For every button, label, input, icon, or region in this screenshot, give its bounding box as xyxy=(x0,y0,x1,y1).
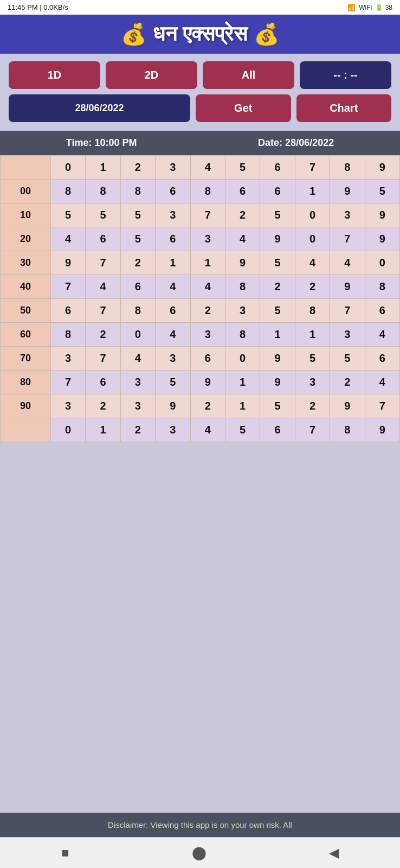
table-cell: 4 xyxy=(86,275,120,299)
table-cell: 1 xyxy=(225,394,260,418)
table-cell: 6 xyxy=(86,227,120,251)
table-cell: 4 xyxy=(190,275,225,299)
table-cell: 3 xyxy=(295,371,330,394)
table-cell: 3 xyxy=(156,203,190,227)
table-cell: 5 xyxy=(120,227,155,251)
table-cell: 2 xyxy=(120,251,155,275)
table-cell: 6 xyxy=(365,347,399,371)
table-cell: 2 xyxy=(225,203,260,227)
btn-get[interactable]: Get xyxy=(196,94,291,122)
nav-bar: ■ ⬤ ◀ xyxy=(0,837,400,868)
table-cell: 6 xyxy=(156,180,190,203)
table-cell: 2 xyxy=(295,394,330,418)
btn-chart[interactable]: Chart xyxy=(296,94,392,122)
col-header-4: 4 xyxy=(190,156,225,180)
table-cell: 5 xyxy=(330,347,365,371)
table-cell: 8 xyxy=(50,180,85,203)
wifi-icon: WiFi xyxy=(359,4,372,11)
table-cell: 3 xyxy=(50,347,85,371)
table-row: 608204381134 xyxy=(1,323,400,347)
table-row: 407464482298 xyxy=(1,275,400,299)
table-cell: 3 xyxy=(156,347,190,371)
row-label-00: 00 xyxy=(1,180,51,203)
table-cell: 9 xyxy=(260,371,295,394)
row-label-40: 40 xyxy=(1,275,51,299)
table-cell: 9 xyxy=(190,371,225,394)
footer-cell: 3 xyxy=(156,418,190,442)
table-cell: 8 xyxy=(295,299,330,323)
row-label-90: 90 xyxy=(1,394,51,418)
table-cell: 7 xyxy=(330,299,365,323)
table-cell: 5 xyxy=(156,371,190,394)
status-time: 11:45 PM | 0.0KB/s xyxy=(8,3,68,11)
table-row: 506786235876 xyxy=(1,299,400,323)
table-cell: 8 xyxy=(120,299,155,323)
row-label-20: 20 xyxy=(1,227,51,251)
nav-back-icon[interactable]: ◀ xyxy=(329,845,339,860)
table-cell: 9 xyxy=(225,251,260,275)
table-cell: 9 xyxy=(260,227,295,251)
table-cell: 7 xyxy=(365,394,399,418)
table-cell: 3 xyxy=(190,227,225,251)
table-cell: 6 xyxy=(365,299,399,323)
footer-cell: 6 xyxy=(260,418,295,442)
table-cell: 5 xyxy=(365,180,399,203)
app-header: 💰 धन एक्सप्रेस 💰 xyxy=(0,15,400,54)
table-row: 105553725039 xyxy=(1,203,400,227)
footer-cell: 5 xyxy=(225,418,260,442)
coin-left-icon: 💰 xyxy=(121,22,146,46)
footer-cell: 8 xyxy=(330,418,365,442)
table-cell: 4 xyxy=(50,227,85,251)
table-row: 204656349079 xyxy=(1,227,400,251)
nav-square-icon[interactable]: ■ xyxy=(61,845,69,860)
table-cell: 4 xyxy=(365,371,399,394)
btn-time[interactable]: -- : -- xyxy=(300,61,391,89)
table-cell: 0 xyxy=(295,227,330,251)
col-header-3: 3 xyxy=(156,156,190,180)
btn-date[interactable]: 28/06/2022 xyxy=(9,94,190,122)
table-cell: 3 xyxy=(330,203,365,227)
table-cell: 2 xyxy=(190,299,225,323)
table-cell: 4 xyxy=(225,227,260,251)
table-cell: 3 xyxy=(120,394,155,418)
table-cell: 1 xyxy=(295,323,330,347)
col-header-5: 5 xyxy=(225,156,260,180)
table-cell: 2 xyxy=(295,275,330,299)
table-cell: 4 xyxy=(120,347,155,371)
col-header-6: 6 xyxy=(260,156,295,180)
table-cell: 1 xyxy=(260,323,295,347)
table-cell: 3 xyxy=(190,323,225,347)
nav-circle-icon[interactable]: ⬤ xyxy=(192,845,207,860)
table-cell: 6 xyxy=(156,299,190,323)
table-cell: 3 xyxy=(50,394,85,418)
table-cell: 9 xyxy=(365,227,399,251)
table-cell: 2 xyxy=(260,275,295,299)
table-cell: 9 xyxy=(330,180,365,203)
table-cell: 2 xyxy=(86,394,120,418)
col-header-1: 1 xyxy=(86,156,120,180)
table-cell: 8 xyxy=(365,275,399,299)
table-cell: 8 xyxy=(120,180,155,203)
btn-1d[interactable]: 1D xyxy=(9,61,100,89)
footer-cell: 9 xyxy=(365,418,399,442)
col-header-0: 0 xyxy=(50,156,85,180)
btn-2d[interactable]: 2D xyxy=(106,61,197,89)
table-cell: 5 xyxy=(86,203,120,227)
row-label-10: 10 xyxy=(1,203,51,227)
table-row: 703743609556 xyxy=(1,347,400,371)
row-label-60: 60 xyxy=(1,323,51,347)
row-label-70: 70 xyxy=(1,347,51,371)
btn-all[interactable]: All xyxy=(203,61,294,89)
table-cell: 9 xyxy=(330,394,365,418)
table-cell: 7 xyxy=(190,203,225,227)
table-cell: 9 xyxy=(330,275,365,299)
status-icons: 📶 WiFi 🔋 38 xyxy=(347,4,392,11)
table-cell: 2 xyxy=(86,323,120,347)
table-cell: 4 xyxy=(365,323,399,347)
table-cell: 4 xyxy=(156,323,190,347)
table-cell: 5 xyxy=(260,203,295,227)
disclaimer: Disclaimer: Viewing this app is on your … xyxy=(0,813,400,837)
footer-cell: 7 xyxy=(295,418,330,442)
col-header-empty xyxy=(1,156,51,180)
table-cell: 0 xyxy=(365,251,399,275)
